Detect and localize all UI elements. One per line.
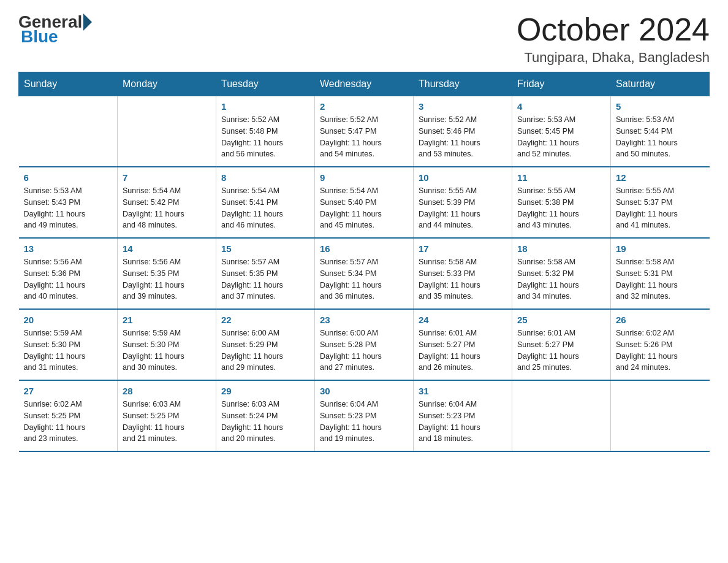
location-title: Tungipara, Dhaka, Bangladesh [517, 50, 710, 66]
day-number: 21 [123, 315, 211, 325]
day-info: Sunrise: 5:53 AMSunset: 5:45 PMDaylight:… [517, 114, 605, 160]
day-number: 22 [221, 315, 309, 325]
day-number: 27 [24, 386, 113, 396]
day-cell: 10Sunrise: 5:55 AMSunset: 5:39 PMDayligh… [414, 167, 512, 238]
day-info: Sunrise: 5:54 AMSunset: 5:40 PMDaylight:… [320, 185, 408, 231]
day-info: Sunrise: 6:03 AMSunset: 5:24 PMDaylight:… [221, 399, 309, 445]
day-number: 11 [517, 172, 605, 183]
day-info: Sunrise: 6:04 AMSunset: 5:23 PMDaylight:… [419, 399, 507, 445]
day-cell: 16Sunrise: 5:57 AMSunset: 5:34 PMDayligh… [315, 238, 414, 309]
day-cell: 21Sunrise: 5:59 AMSunset: 5:30 PMDayligh… [118, 309, 216, 380]
day-info: Sunrise: 5:59 AMSunset: 5:30 PMDaylight:… [123, 327, 211, 373]
day-number: 3 [419, 101, 507, 112]
day-number: 15 [221, 243, 309, 254]
day-info: Sunrise: 5:55 AMSunset: 5:38 PMDaylight:… [517, 185, 605, 231]
day-number: 20 [24, 315, 113, 325]
day-cell: 13Sunrise: 5:56 AMSunset: 5:36 PMDayligh… [19, 238, 118, 309]
day-number: 9 [320, 172, 408, 183]
logo: General Blue [18, 12, 94, 47]
day-cell: 22Sunrise: 6:00 AMSunset: 5:29 PMDayligh… [216, 309, 315, 380]
day-info: Sunrise: 5:55 AMSunset: 5:37 PMDaylight:… [616, 185, 705, 231]
day-number: 2 [320, 101, 408, 112]
day-number: 4 [517, 101, 605, 112]
day-info: Sunrise: 5:58 AMSunset: 5:33 PMDaylight:… [419, 256, 507, 302]
day-number: 14 [123, 243, 211, 254]
day-cell [611, 380, 710, 451]
day-cell: 24Sunrise: 6:01 AMSunset: 5:27 PMDayligh… [414, 309, 512, 380]
day-info: Sunrise: 5:56 AMSunset: 5:35 PMDaylight:… [123, 256, 211, 302]
day-info: Sunrise: 5:54 AMSunset: 5:42 PMDaylight:… [123, 185, 211, 231]
day-number: 29 [221, 386, 309, 396]
day-info: Sunrise: 5:55 AMSunset: 5:39 PMDaylight:… [419, 185, 507, 231]
month-title: October 2024 [517, 12, 710, 47]
logo-arrow-icon [83, 13, 92, 31]
day-info: Sunrise: 6:01 AMSunset: 5:27 PMDaylight:… [419, 327, 507, 373]
weekday-header-saturday: Saturday [611, 72, 710, 96]
weekday-header-tuesday: Tuesday [216, 72, 315, 96]
day-number: 17 [419, 243, 507, 254]
day-info: Sunrise: 6:02 AMSunset: 5:26 PMDaylight:… [616, 327, 705, 373]
day-number: 5 [616, 101, 705, 112]
day-number: 24 [419, 315, 507, 325]
day-info: Sunrise: 5:53 AMSunset: 5:44 PMDaylight:… [616, 114, 705, 160]
week-row-4: 20Sunrise: 5:59 AMSunset: 5:30 PMDayligh… [19, 309, 710, 380]
day-cell: 3Sunrise: 5:52 AMSunset: 5:46 PMDaylight… [414, 96, 512, 167]
weekday-header-monday: Monday [118, 72, 216, 96]
day-number: 23 [320, 315, 408, 325]
day-number: 31 [419, 386, 507, 396]
day-cell: 20Sunrise: 5:59 AMSunset: 5:30 PMDayligh… [19, 309, 118, 380]
weekday-header-wednesday: Wednesday [315, 72, 414, 96]
weekday-header-friday: Friday [512, 72, 611, 96]
day-cell: 17Sunrise: 5:58 AMSunset: 5:33 PMDayligh… [414, 238, 512, 309]
day-cell: 5Sunrise: 5:53 AMSunset: 5:44 PMDaylight… [611, 96, 710, 167]
day-info: Sunrise: 6:02 AMSunset: 5:25 PMDaylight:… [24, 399, 113, 445]
weekday-header-thursday: Thursday [414, 72, 512, 96]
day-cell [118, 96, 216, 167]
day-info: Sunrise: 5:52 AMSunset: 5:48 PMDaylight:… [221, 114, 309, 160]
day-cell: 27Sunrise: 6:02 AMSunset: 5:25 PMDayligh… [19, 380, 118, 451]
day-number: 1 [221, 101, 309, 112]
day-number: 10 [419, 172, 507, 183]
day-number: 19 [616, 243, 705, 254]
day-cell: 31Sunrise: 6:04 AMSunset: 5:23 PMDayligh… [414, 380, 512, 451]
calendar-table: SundayMondayTuesdayWednesdayThursdayFrid… [18, 72, 710, 452]
day-number: 6 [24, 172, 113, 183]
week-row-2: 6Sunrise: 5:53 AMSunset: 5:43 PMDaylight… [19, 167, 710, 238]
day-cell: 14Sunrise: 5:56 AMSunset: 5:35 PMDayligh… [118, 238, 216, 309]
day-number: 26 [616, 315, 705, 325]
day-cell: 25Sunrise: 6:01 AMSunset: 5:27 PMDayligh… [512, 309, 611, 380]
logo-blue-text: Blue [21, 27, 58, 46]
day-cell: 2Sunrise: 5:52 AMSunset: 5:47 PMDaylight… [315, 96, 414, 167]
day-cell: 6Sunrise: 5:53 AMSunset: 5:43 PMDaylight… [19, 167, 118, 238]
day-cell: 4Sunrise: 5:53 AMSunset: 5:45 PMDaylight… [512, 96, 611, 167]
day-info: Sunrise: 5:58 AMSunset: 5:32 PMDaylight:… [517, 256, 605, 302]
day-cell: 18Sunrise: 5:58 AMSunset: 5:32 PMDayligh… [512, 238, 611, 309]
title-block: October 2024 Tungipara, Dhaka, Banglades… [517, 12, 710, 66]
day-cell: 8Sunrise: 5:54 AMSunset: 5:41 PMDaylight… [216, 167, 315, 238]
day-cell: 23Sunrise: 6:00 AMSunset: 5:28 PMDayligh… [315, 309, 414, 380]
day-info: Sunrise: 5:52 AMSunset: 5:47 PMDaylight:… [320, 114, 408, 160]
day-cell: 9Sunrise: 5:54 AMSunset: 5:40 PMDaylight… [315, 167, 414, 238]
day-number: 13 [24, 243, 113, 254]
day-number: 30 [320, 386, 408, 396]
day-info: Sunrise: 6:03 AMSunset: 5:25 PMDaylight:… [123, 399, 211, 445]
day-info: Sunrise: 5:57 AMSunset: 5:34 PMDaylight:… [320, 256, 408, 302]
day-number: 25 [517, 315, 605, 325]
day-number: 7 [123, 172, 211, 183]
day-info: Sunrise: 5:58 AMSunset: 5:31 PMDaylight:… [616, 256, 705, 302]
day-info: Sunrise: 6:01 AMSunset: 5:27 PMDaylight:… [517, 327, 605, 373]
weekday-header-row: SundayMondayTuesdayWednesdayThursdayFrid… [19, 72, 710, 96]
day-cell: 7Sunrise: 5:54 AMSunset: 5:42 PMDaylight… [118, 167, 216, 238]
day-cell: 26Sunrise: 6:02 AMSunset: 5:26 PMDayligh… [611, 309, 710, 380]
day-cell [512, 380, 611, 451]
day-cell: 19Sunrise: 5:58 AMSunset: 5:31 PMDayligh… [611, 238, 710, 309]
day-number: 12 [616, 172, 705, 183]
week-row-5: 27Sunrise: 6:02 AMSunset: 5:25 PMDayligh… [19, 380, 710, 451]
day-info: Sunrise: 6:04 AMSunset: 5:23 PMDaylight:… [320, 399, 408, 445]
weekday-header-sunday: Sunday [19, 72, 118, 96]
day-cell: 11Sunrise: 5:55 AMSunset: 5:38 PMDayligh… [512, 167, 611, 238]
day-info: Sunrise: 5:56 AMSunset: 5:36 PMDaylight:… [24, 256, 113, 302]
day-number: 28 [123, 386, 211, 396]
day-info: Sunrise: 5:54 AMSunset: 5:41 PMDaylight:… [221, 185, 309, 231]
day-cell: 15Sunrise: 5:57 AMSunset: 5:35 PMDayligh… [216, 238, 315, 309]
